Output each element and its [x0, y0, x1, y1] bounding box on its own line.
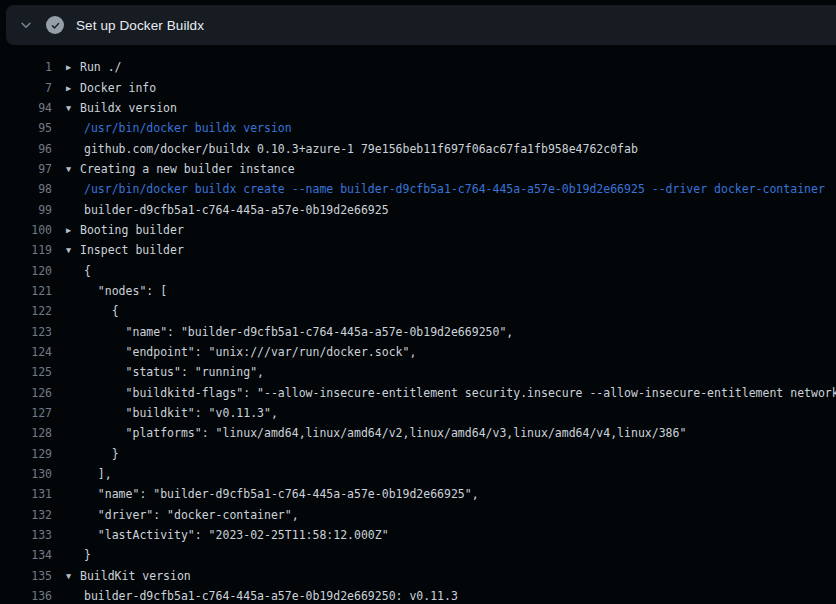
line-number: 97 [0, 162, 52, 176]
group-expanded-icon[interactable]: ▼ [66, 164, 80, 174]
chevron-down-icon[interactable] [15, 18, 37, 32]
log-line[interactable]: 100▶Booting builder [0, 220, 836, 240]
group-title: Buildx version [80, 101, 177, 115]
line-number: 130 [0, 467, 52, 481]
log-line: 122 { [0, 301, 836, 321]
log-line[interactable]: 7▶Docker info [0, 77, 836, 97]
group-collapsed-icon[interactable]: ▶ [66, 62, 80, 72]
line-number: 96 [0, 142, 52, 156]
line-number: 135 [0, 569, 52, 583]
output-text: "lastActivity": "2023-02-25T11:58:12.000… [84, 528, 389, 542]
log-line: 129 } [0, 444, 836, 464]
output-text: "name": "builder-d9cfb5a1-c764-445a-a57e… [84, 325, 513, 339]
log-line: 127 "buildkit": "v0.11.3", [0, 403, 836, 423]
line-number: 131 [0, 487, 52, 501]
output-text: ], [84, 467, 112, 481]
output-text: "endpoint": "unix:///var/run/docker.sock… [84, 345, 416, 359]
line-number: 120 [0, 264, 52, 278]
log-line: 133 "lastActivity": "2023-02-25T11:58:12… [0, 525, 836, 545]
log-line: 99builder-d9cfb5a1-c764-445a-a57e-0b19d2… [0, 199, 836, 219]
line-number: 125 [0, 365, 52, 379]
log-line: 125 "status": "running", [0, 362, 836, 382]
group-title: Inspect builder [80, 243, 184, 257]
line-number: 98 [0, 182, 52, 196]
log-line: 98/usr/bin/docker buildx create --name b… [0, 179, 836, 199]
output-text: "platforms": "linux/amd64,linux/amd64/v2… [84, 426, 686, 440]
output-text: builder-d9cfb5a1-c764-445a-a57e-0b19d2e6… [84, 203, 389, 217]
group-title: Creating a new builder instance [80, 162, 295, 176]
line-number: 122 [0, 304, 52, 318]
log-line[interactable]: 1▶Run ./ [0, 57, 836, 77]
log-line: 132 "driver": "docker-container", [0, 505, 836, 525]
log-line: 130 ], [0, 464, 836, 484]
log-line: 131 "name": "builder-d9cfb5a1-c764-445a-… [0, 484, 836, 504]
line-number: 119 [0, 243, 52, 257]
output-text: "driver": "docker-container", [84, 508, 299, 522]
output-text: } [84, 548, 91, 562]
line-number: 136 [0, 589, 52, 603]
line-number: 127 [0, 406, 52, 420]
log-lines: 1▶Run ./7▶Docker info94▼Buildx version95… [0, 57, 836, 604]
group-collapsed-icon[interactable]: ▶ [66, 225, 80, 235]
line-number: 129 [0, 447, 52, 461]
log-line[interactable]: 119▼Inspect builder [0, 240, 836, 260]
group-title: Booting builder [80, 223, 184, 237]
log-line: 134} [0, 545, 836, 565]
line-number: 7 [0, 81, 52, 95]
output-text: "buildkitd-flags": "--allow-insecure-ent… [84, 386, 836, 400]
output-text: } [84, 447, 119, 461]
group-expanded-icon[interactable]: ▼ [66, 245, 80, 255]
line-number: 132 [0, 508, 52, 522]
step-header[interactable]: Set up Docker Buildx [6, 5, 836, 45]
group-collapsed-icon[interactable]: ▶ [66, 83, 80, 93]
log-line[interactable]: 135▼BuildKit version [0, 566, 836, 586]
output-text: github.com/docker/buildx 0.10.3+azure-1 … [84, 142, 638, 156]
log-container: 1▶Run ./7▶Docker info94▼Buildx version95… [0, 45, 836, 604]
log-line: 136builder-d9cfb5a1-c764-445a-a57e-0b19d… [0, 586, 836, 604]
output-text: "nodes": [ [84, 284, 167, 298]
line-number: 99 [0, 203, 52, 217]
line-number: 133 [0, 528, 52, 542]
output-text: "status": "running", [84, 365, 264, 379]
group-title: Docker info [80, 81, 156, 95]
line-number: 94 [0, 101, 52, 115]
log-line[interactable]: 97▼Creating a new builder instance [0, 159, 836, 179]
line-number: 1 [0, 60, 52, 74]
step-status-success-icon [46, 16, 64, 34]
line-number: 128 [0, 426, 52, 440]
log-line[interactable]: 94▼Buildx version [0, 98, 836, 118]
line-number: 126 [0, 386, 52, 400]
output-text: "buildkit": "v0.11.3", [84, 406, 278, 420]
log-line: 121 "nodes": [ [0, 281, 836, 301]
line-number: 124 [0, 345, 52, 359]
log-line: 126 "buildkitd-flags": "--allow-insecure… [0, 383, 836, 403]
group-title: BuildKit version [80, 569, 191, 583]
line-number: 95 [0, 121, 52, 135]
log-line: 124 "endpoint": "unix:///var/run/docker.… [0, 342, 836, 362]
output-text: { [84, 304, 119, 318]
group-expanded-icon[interactable]: ▼ [66, 103, 80, 113]
log-line: 96github.com/docker/buildx 0.10.3+azure-… [0, 138, 836, 158]
log-line: 123 "name": "builder-d9cfb5a1-c764-445a-… [0, 321, 836, 341]
line-number: 100 [0, 223, 52, 237]
command-text: /usr/bin/docker buildx version [84, 121, 292, 135]
log-line: 95/usr/bin/docker buildx version [0, 118, 836, 138]
log-line: 120{ [0, 260, 836, 280]
group-expanded-icon[interactable]: ▼ [66, 571, 80, 581]
group-title: Run ./ [80, 60, 122, 74]
output-text: builder-d9cfb5a1-c764-445a-a57e-0b19d2e6… [84, 589, 458, 603]
output-text: { [84, 264, 91, 278]
log-line: 128 "platforms": "linux/amd64,linux/amd6… [0, 423, 836, 443]
line-number: 123 [0, 325, 52, 339]
output-text: "name": "builder-d9cfb5a1-c764-445a-a57e… [84, 487, 479, 501]
step-title: Set up Docker Buildx [76, 18, 204, 33]
line-number: 121 [0, 284, 52, 298]
command-text: /usr/bin/docker buildx create --name bui… [84, 182, 825, 196]
line-number: 134 [0, 548, 52, 562]
